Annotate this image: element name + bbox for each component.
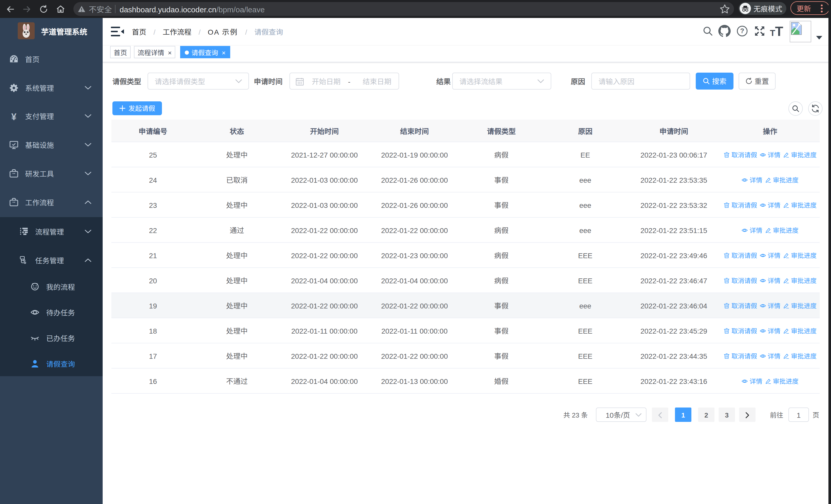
svg-text:T: T (775, 26, 783, 37)
svg-text:?: ? (740, 27, 744, 35)
svg-text:T: T (770, 28, 775, 37)
